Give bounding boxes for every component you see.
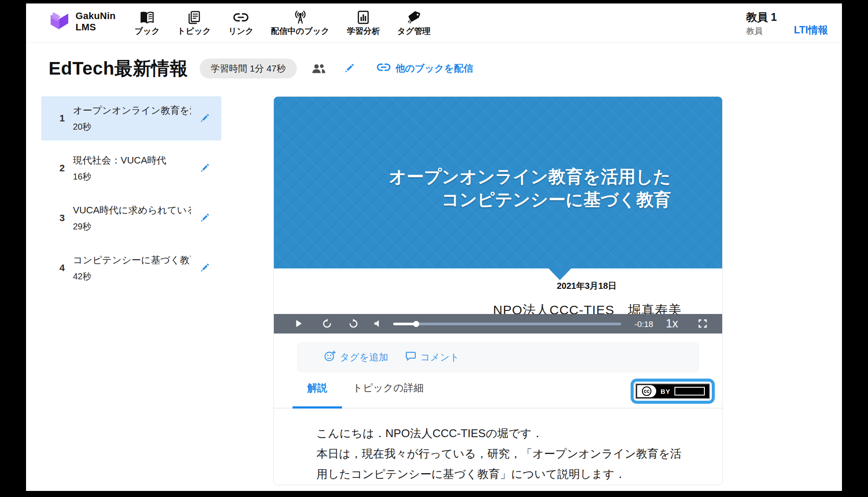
cc-icon: cc xyxy=(637,385,656,397)
topic-title: オープンオンライン教育を活用し… xyxy=(73,104,191,117)
link-icon xyxy=(233,10,249,24)
nav-label: ブック xyxy=(135,26,160,37)
topic-item-1[interactable]: 1 オープンオンライン教育を活用し… 20秒 xyxy=(41,96,221,141)
link-icon xyxy=(377,62,391,75)
topic-number: 3 xyxy=(59,213,65,224)
topic-duration: 29秒 xyxy=(73,221,191,232)
nav-label: リンク xyxy=(228,26,253,37)
volume-button[interactable] xyxy=(373,319,382,328)
time-remaining: -0:18 xyxy=(623,320,664,329)
tab-topic-details[interactable]: トピックの詳細 xyxy=(352,381,424,395)
play-button[interactable] xyxy=(294,319,303,328)
video-controls-bar: -0:18 1x xyxy=(274,314,722,334)
tag-icon xyxy=(407,10,421,24)
smiley-plus-icon xyxy=(324,350,336,365)
edit-topic-pencil-icon[interactable] xyxy=(198,262,210,274)
app-window: GakuNin LMS ブック xyxy=(26,3,842,491)
explanation-line: こんにちは．NPO法人CCC-TIESの堀です． xyxy=(316,423,696,444)
nav-label: トピック xyxy=(177,26,211,37)
topic-item-2[interactable]: 2 現代社会：VUCA時代 16秒 xyxy=(41,146,221,190)
user-role: 教員 xyxy=(746,26,777,37)
edit-topic-pencil-icon[interactable] xyxy=(198,212,210,224)
nav-label: 配信中のブック xyxy=(271,26,329,37)
topic-title: 現代社会：VUCA時代 xyxy=(73,154,166,167)
topic-number: 1 xyxy=(59,113,65,124)
comment-button[interactable]: コメント xyxy=(405,350,460,364)
distribute-other-book-link[interactable]: 他のブックを配信 xyxy=(377,62,473,75)
topic-duration: 20秒 xyxy=(73,121,191,133)
detail-tabs: 解説 トピックの詳細 cc BY xyxy=(274,377,722,409)
fullscreen-button[interactable] xyxy=(697,318,708,329)
study-time-badge: 学習時間 1分 47秒 xyxy=(200,59,297,78)
forward-button[interactable] xyxy=(348,318,359,329)
cc-by-label: BY xyxy=(661,388,671,395)
book-title-row: EdTech最新情報 学習時間 1分 47秒 xyxy=(49,51,473,86)
topic-duration: 16秒 xyxy=(73,171,166,183)
explanation-line: 本日は，現在我々が行っている，研究，「オープンオンライン教育を活 xyxy=(316,444,696,464)
player-progress-played xyxy=(393,323,416,325)
group-icon[interactable] xyxy=(311,63,326,74)
slide-title: オープンオンライン教育を活用した コンピテンシーに基づく教育 xyxy=(389,165,671,211)
nav-item-learning-analytics[interactable]: 学習分析 xyxy=(347,10,380,37)
page-title: EdTech最新情報 xyxy=(49,56,188,81)
distribute-label: 他のブックを配信 xyxy=(395,62,473,75)
video-slide[interactable]: オープンオンライン教育を活用した コンピテンシーに基づく教育 xyxy=(274,97,722,268)
analytics-icon xyxy=(357,10,370,24)
cc-badge-box xyxy=(674,387,705,396)
nav-item-links[interactable]: リンク xyxy=(228,10,253,37)
explanation-text: こんにちは．NPO法人CCC-TIESの堀です． 本日は，現在我々が行っている，… xyxy=(274,409,722,484)
slide-date: 2021年3月18日 xyxy=(557,280,617,292)
user-name: 教員 1 xyxy=(746,10,777,24)
video-lower-area[interactable]: 2021年3月18日 NPO法人CCC-TIES 堀真寿美 xyxy=(274,268,722,334)
nav-label: 学習分析 xyxy=(347,26,380,37)
user-info[interactable]: 教員 1 教員 xyxy=(746,10,777,37)
nav-label: タグ管理 xyxy=(397,26,431,37)
active-tab-indicator xyxy=(293,406,342,409)
topic-title: コンピテンシーに基づく教育 xyxy=(73,254,191,267)
playback-speed-button[interactable]: 1x xyxy=(666,317,678,330)
topic-list: 1 オープンオンライン教育を活用し… 20秒 2 現代社会：VUCA時代 16秒… xyxy=(41,96,221,296)
topic-number: 2 xyxy=(59,163,65,174)
topic-item-4[interactable]: 4 コンピテンシーに基づく教育 42秒 xyxy=(41,246,221,290)
add-tag-button[interactable]: タグを追加 xyxy=(324,350,388,365)
nav-item-topics[interactable]: トピック xyxy=(177,10,211,37)
explanation-line: 用したコンピテンシーに基づく教育」について説明します． xyxy=(316,464,696,484)
rewind-button[interactable] xyxy=(322,318,332,329)
main-nav: ブック トピック リン xyxy=(135,3,431,43)
progress-bar[interactable] xyxy=(393,323,621,325)
nav-item-tag-management[interactable]: タグ管理 xyxy=(397,10,431,37)
topic-item-3[interactable]: 3 VUCA時代に求められている学び 29秒 xyxy=(41,196,221,240)
topic-icon xyxy=(187,10,201,24)
book-icon xyxy=(140,10,155,24)
nav-item-published-books[interactable]: 配信中のブック xyxy=(271,10,329,37)
progress-knob[interactable] xyxy=(413,321,419,327)
edit-topic-pencil-icon[interactable] xyxy=(198,112,210,124)
cc-license-button[interactable]: cc BY xyxy=(631,379,715,404)
lti-info-link[interactable]: LTI情報 xyxy=(794,23,828,37)
topic-duration: 42秒 xyxy=(73,271,191,282)
edit-book-pencil-icon[interactable] xyxy=(342,62,355,75)
cc-by-badge: cc BY xyxy=(635,383,710,399)
topic-number: 4 xyxy=(59,262,65,274)
nav-item-books[interactable]: ブック xyxy=(135,10,160,37)
comment-bubble-icon xyxy=(405,350,417,364)
edit-topic-pencil-icon[interactable] xyxy=(198,162,210,174)
gakunin-lms-logo[interactable]: GakuNin LMS xyxy=(48,9,116,34)
speech-bubble-tail xyxy=(549,268,571,280)
header: GakuNin LMS ブック xyxy=(26,3,842,43)
comment-label: コメント xyxy=(421,351,460,364)
annotation-bar: タグを追加 コメント xyxy=(297,342,699,373)
topic-content-card: オープンオンライン教育を活用した コンピテンシーに基づく教育 2021年3月18… xyxy=(273,96,723,485)
logo-butterfly-icon xyxy=(48,9,71,34)
topic-title: VUCA時代に求められている学び xyxy=(73,204,191,217)
add-tag-label: タグを追加 xyxy=(340,351,388,364)
broadcast-icon xyxy=(293,10,308,24)
logo-text: GakuNin LMS xyxy=(76,10,116,33)
tab-explanation[interactable]: 解説 xyxy=(293,381,342,395)
